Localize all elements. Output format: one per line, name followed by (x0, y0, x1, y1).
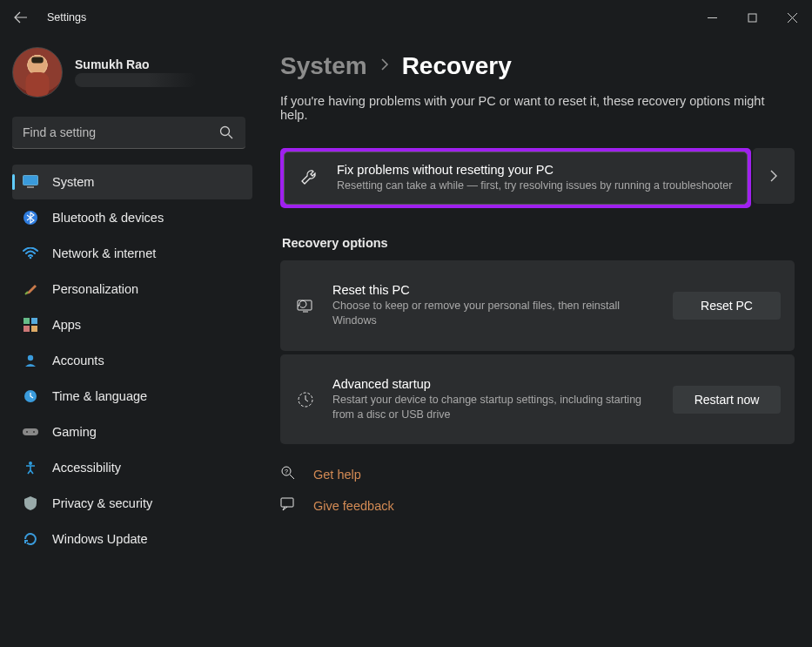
back-button[interactable] (0, 0, 42, 35)
svg-rect-10 (31, 318, 37, 324)
svg-point-13 (28, 355, 33, 361)
card-subtitle: Restart your device to change startup se… (332, 393, 663, 422)
chevron-right-icon (769, 170, 778, 182)
breadcrumb-current: Recovery (402, 52, 512, 80)
search-input[interactable] (12, 117, 245, 149)
breadcrumb: System Recovery (280, 52, 795, 80)
feedback-icon (280, 496, 296, 516)
sidebar: Sumukh Rao System Bluetooth & devices Ne… (0, 35, 261, 647)
give-feedback-link[interactable]: Give feedback (280, 496, 795, 516)
link-label: Get help (313, 468, 361, 482)
help-icon: ? (280, 465, 296, 484)
close-button[interactable] (772, 0, 812, 35)
wrench-icon (299, 168, 321, 187)
svg-rect-6 (27, 186, 34, 188)
sidebar-item-accounts[interactable]: Accounts (12, 343, 252, 378)
user-account-row[interactable]: Sumukh Rao (12, 47, 247, 98)
nav-label: Time & language (52, 389, 147, 403)
link-label: Give feedback (313, 499, 394, 513)
title-bar: Settings (0, 0, 812, 35)
nav-label: Bluetooth & devices (52, 211, 164, 225)
card-title: Advanced startup (332, 377, 673, 391)
close-icon (788, 13, 797, 23)
svg-rect-2 (25, 72, 49, 97)
reset-pc-button[interactable]: Reset PC (673, 292, 781, 320)
minimize-button[interactable] (692, 0, 732, 35)
apps-icon (23, 317, 38, 333)
restart-icon (294, 390, 317, 409)
restart-now-button[interactable]: Restart now (673, 386, 781, 414)
window-title: Settings (47, 11, 86, 24)
sidebar-item-gaming[interactable]: Gaming (12, 414, 252, 449)
card-subtitle: Resetting can take a while — first, try … (337, 179, 733, 193)
paintbrush-icon (23, 281, 38, 297)
nav-label: Network & internet (52, 246, 156, 260)
sidebar-item-bluetooth[interactable]: Bluetooth & devices (12, 200, 252, 235)
advanced-startup-card: Advanced startup Restart your device to … (280, 354, 795, 445)
svg-point-17 (33, 431, 35, 433)
nav-label: Personalization (52, 282, 138, 296)
sidebar-item-privacy[interactable]: Privacy & security (12, 486, 252, 521)
svg-rect-0 (748, 14, 756, 22)
nav-label: Accounts (52, 354, 104, 367)
card-title: Fix problems without resetting your PC (337, 163, 733, 177)
svg-rect-23 (281, 498, 293, 507)
nav-label: Accessibility (52, 461, 121, 475)
svg-text:?: ? (285, 468, 288, 475)
recovery-options-heading: Recovery options (282, 236, 795, 250)
nav-label: Windows Update (52, 532, 148, 546)
avatar (12, 47, 63, 98)
svg-rect-9 (23, 318, 30, 324)
wifi-icon (23, 246, 38, 261)
card-title: Reset this PC (332, 283, 673, 297)
svg-rect-15 (23, 428, 38, 435)
nav-label: Apps (52, 318, 81, 332)
gaming-icon (23, 424, 38, 440)
nav-label: System (52, 175, 94, 189)
svg-rect-5 (23, 176, 38, 185)
maximize-icon (748, 13, 757, 23)
fix-problems-card[interactable]: Fix problems without resetting your PC R… (284, 152, 748, 205)
shield-icon (23, 495, 38, 511)
user-email-redacted (75, 73, 197, 87)
page-description: If you're having problems with your PC o… (280, 94, 795, 122)
chevron-right-icon (379, 58, 390, 74)
bluetooth-icon (23, 210, 38, 226)
person-icon (23, 353, 38, 368)
sidebar-item-network[interactable]: Network & internet (12, 236, 252, 271)
accessibility-icon (23, 460, 38, 475)
main-content: System Recovery If you're having problem… (261, 35, 812, 647)
user-name: Sumukh Rao (75, 57, 197, 71)
sidebar-item-system[interactable]: System (12, 165, 252, 199)
svg-point-8 (30, 257, 32, 259)
reset-pc-card: Reset this PC Choose to keep or remove y… (280, 260, 795, 351)
highlighted-troubleshoot-card: Fix problems without resetting your PC R… (280, 148, 751, 208)
sidebar-item-apps[interactable]: Apps (12, 307, 252, 342)
svg-point-4 (221, 127, 230, 136)
nav-label: Gaming (52, 425, 97, 439)
svg-point-16 (26, 431, 28, 433)
maximize-button[interactable] (732, 0, 772, 35)
sidebar-item-time-language[interactable]: Time & language (12, 379, 252, 414)
nav-list: System Bluetooth & devices Network & int… (12, 165, 252, 556)
card-subtitle: Choose to keep or remove your personal f… (332, 299, 663, 328)
get-help-link[interactable]: ? Get help (280, 465, 795, 484)
svg-rect-3 (31, 57, 44, 64)
update-icon (23, 531, 38, 547)
breadcrumb-parent[interactable]: System (280, 52, 367, 80)
sidebar-item-personalization[interactable]: Personalization (12, 272, 252, 307)
svg-point-18 (29, 462, 32, 465)
nav-label: Privacy & security (52, 496, 152, 510)
sidebar-item-windows-update[interactable]: Windows Update (12, 522, 252, 556)
arrow-left-icon (14, 10, 28, 24)
system-icon (23, 174, 38, 190)
svg-rect-11 (23, 326, 30, 332)
minimize-icon (708, 13, 717, 23)
clock-icon (23, 388, 38, 404)
fix-problems-expand[interactable] (753, 148, 795, 204)
svg-rect-12 (31, 326, 37, 332)
sidebar-item-accessibility[interactable]: Accessibility (12, 450, 252, 485)
reset-icon (294, 296, 317, 315)
search-icon (219, 125, 233, 143)
